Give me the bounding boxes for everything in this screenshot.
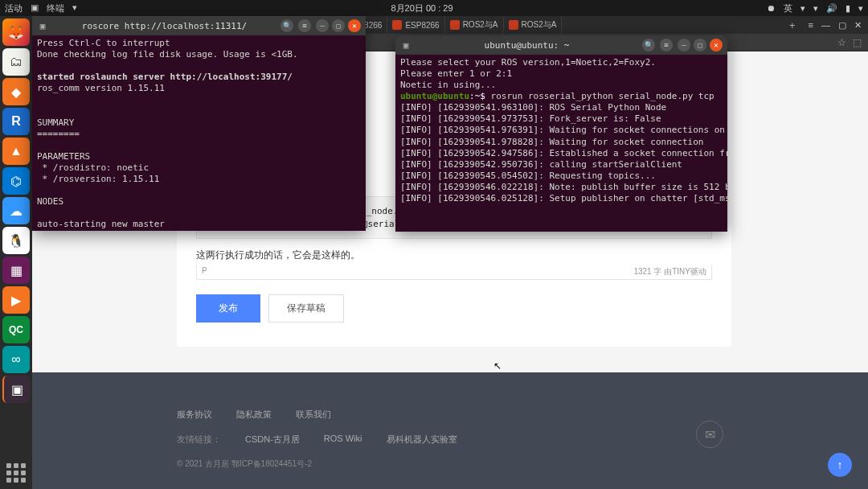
- tab-label: ESP8266: [405, 21, 439, 30]
- page-footer: 服务协议 隐私政策 联系我们 友情链接： CSDN-古月居 ROS Wiki 易…: [32, 372, 868, 489]
- dock-arduino[interactable]: ∞: [2, 346, 30, 373]
- terminal-menu-icon[interactable]: ≡: [660, 39, 673, 51]
- dock-media[interactable]: ▦: [2, 257, 30, 284]
- scroll-top-button[interactable]: ↑: [828, 453, 852, 477]
- dock-terminal[interactable]: ▣: [2, 376, 30, 403]
- newtab-button[interactable]: +: [789, 19, 796, 31]
- terminal-newtab-icon[interactable]: ▣: [400, 40, 411, 51]
- editor-status-left: P: [202, 266, 207, 277]
- browser-tab[interactable]: ESP8266: [387, 16, 444, 34]
- terminal-minimize-button[interactable]: —: [678, 39, 690, 51]
- system-menu-dropdown-icon[interactable]: ▾: [858, 3, 863, 14]
- dock-cloud[interactable]: ☁: [2, 197, 30, 224]
- terminal-close-button[interactable]: ✕: [710, 39, 723, 51]
- terminal-titlebar[interactable]: ▣ roscore http://localhost:11311/ 🔍 ≡ — …: [32, 16, 366, 35]
- favicon-icon: [509, 20, 518, 30]
- terminal-search-icon[interactable]: 🔍: [642, 39, 655, 51]
- footer-link-privacy[interactable]: 隐私政策: [236, 409, 272, 421]
- dock-vlc[interactable]: ▲: [2, 138, 30, 165]
- dock-ubuntu-software[interactable]: ◆: [2, 78, 30, 105]
- terminal-close-button[interactable]: ✕: [348, 19, 361, 32]
- terminal-window-rosserial[interactable]: ▣ ubuntu@ubuntu: ~ 🔍 ≡ — ▢ ✕ Please sele…: [395, 35, 727, 232]
- dock-qq[interactable]: 🐧: [2, 227, 30, 254]
- browser-tab[interactable]: ROS2与A: [504, 16, 563, 34]
- dock: 🦊 🗂 ◆ R ▲ ⌬ ☁ 🐧 ▦ ▶ QC ∞ ▣: [0, 16, 32, 489]
- article-paragraph[interactable]: 这两行执行成功的话，它会是这样的。: [196, 247, 712, 265]
- volume-icon[interactable]: 🔊: [826, 3, 837, 14]
- terminal-minimize-button[interactable]: —: [316, 19, 329, 32]
- footer-link-csdn[interactable]: CSDN-古月居: [245, 434, 300, 446]
- wechat-icon[interactable]: ✉: [696, 421, 723, 448]
- terminal-maximize-button[interactable]: ▢: [332, 19, 345, 32]
- extension-icon[interactable]: ⬚: [853, 37, 862, 48]
- terminal-output[interactable]: Press Ctrl-C to interrupt Done checking …: [32, 35, 366, 231]
- terminal-icon: ▣: [31, 2, 39, 14]
- footer-link-lab[interactable]: 易科机器人实验室: [387, 434, 457, 446]
- terminal-search-icon[interactable]: 🔍: [280, 19, 293, 32]
- save-draft-button[interactable]: 保存草稿: [268, 294, 344, 323]
- browser-minimize-button[interactable]: —: [821, 20, 830, 31]
- terminal-window-roscore[interactable]: ▣ roscore http://localhost:11311/ 🔍 ≡ — …: [32, 16, 366, 231]
- terminal-newtab-icon[interactable]: ▣: [37, 21, 48, 31]
- activities-label[interactable]: 活动: [5, 2, 23, 14]
- browser-close-button[interactable]: ✕: [854, 20, 862, 31]
- network-icon[interactable]: ▾: [813, 3, 818, 14]
- dock-files[interactable]: 🗂: [2, 48, 30, 76]
- publish-button[interactable]: 发布: [196, 294, 260, 323]
- dock-qtcreator[interactable]: QC: [2, 316, 30, 343]
- footer-link-roswiki[interactable]: ROS Wiki: [324, 434, 362, 446]
- input-language-label[interactable]: 英: [784, 2, 792, 14]
- terminal-maximize-button[interactable]: ▢: [694, 39, 706, 51]
- terminal-menu-icon[interactable]: ≡: [298, 19, 311, 32]
- datetime-label[interactable]: 8月20日 00 : 29: [77, 2, 767, 14]
- dock-firefox[interactable]: 🦊: [2, 18, 30, 46]
- editor-statusbar: P 1321 字 由TINY驱动: [196, 265, 712, 280]
- browser-maximize-button[interactable]: ▢: [838, 20, 846, 31]
- footer-link-terms[interactable]: 服务协议: [177, 409, 212, 421]
- footer-copyright: © 2021 古月居 鄂ICP备18024451号-2: [177, 458, 868, 470]
- tab-label: ROS2与A: [463, 19, 498, 31]
- dock-rstudio[interactable]: R: [2, 108, 30, 135]
- terminal-output[interactable]: Please select your ROS version,1=Noetic,…: [395, 55, 727, 207]
- terminal-title: roscore http://localhost:11311/: [53, 21, 276, 31]
- footer-link-contact[interactable]: 联系我们: [296, 409, 331, 421]
- tab-label: ROS2与A: [522, 19, 557, 31]
- battery-icon[interactable]: ▮: [845, 3, 850, 14]
- system-topbar: 活动 ▣ 终端 ▾ 8月20日 00 : 29 ⏺ 英 ▾ ▾ 🔊 ▮ ▾: [0, 0, 868, 16]
- terminal-titlebar[interactable]: ▣ ubuntu@ubuntu: ~ 🔍 ≡ — ▢ ✕: [395, 35, 727, 55]
- footer-friends-label: 友情链接：: [177, 434, 221, 446]
- browser-menu-button[interactable]: ≡: [809, 20, 813, 31]
- current-app-label[interactable]: 终端: [47, 2, 64, 14]
- favicon-icon: [450, 20, 460, 30]
- bookmark-star-icon[interactable]: ☆: [837, 37, 846, 48]
- input-language-dropdown-icon[interactable]: ▾: [800, 3, 805, 14]
- browser-tab[interactable]: ROS2与A: [445, 16, 504, 34]
- editor-status-right: 1321 字 由TINY驱动: [633, 266, 706, 277]
- favicon-icon: [392, 20, 402, 30]
- dock-apps-button[interactable]: [0, 463, 32, 483]
- screen-record-icon[interactable]: ⏺: [767, 3, 776, 13]
- terminal-title: ubuntu@ubuntu: ~: [416, 40, 637, 51]
- dock-vscode[interactable]: ⌬: [2, 167, 30, 195]
- dock-presentation[interactable]: ▶: [2, 286, 30, 314]
